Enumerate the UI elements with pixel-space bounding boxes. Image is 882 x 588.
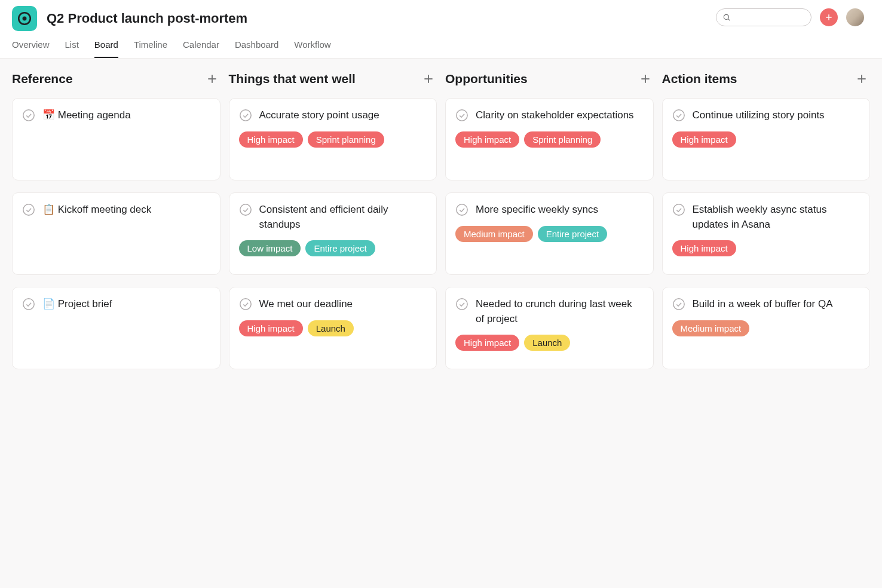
card-title: 📄 Project brief	[42, 297, 112, 312]
card[interactable]: 📋 Kickoff meeting deck	[12, 192, 220, 275]
user-avatar[interactable]	[846, 8, 864, 26]
tag-high-impact[interactable]: High impact	[239, 131, 303, 148]
card[interactable]: Needed to crunch during last week of pro…	[445, 287, 654, 369]
complete-task-button[interactable]	[22, 109, 35, 122]
global-add-button[interactable]	[820, 8, 838, 26]
plus-icon	[206, 73, 218, 85]
svg-line-3	[728, 19, 730, 21]
tab-dashboard[interactable]: Dashboard	[235, 39, 278, 58]
card[interactable]: Build in a week of buffer for QAMedium i…	[662, 287, 871, 369]
card-tags: Medium impact	[672, 320, 860, 336]
card[interactable]: Consistent and efficient daily standupsL…	[229, 192, 437, 275]
card[interactable]: Clarity on stakeholder expectationsHigh …	[445, 98, 654, 180]
plus-icon	[422, 73, 434, 85]
svg-point-14	[240, 204, 250, 215]
column-reference: Reference📅 Meeting agenda📋 Kickoff meeti…	[12, 71, 220, 381]
column-title[interactable]: Things that went well	[229, 72, 356, 86]
column-title[interactable]: Reference	[12, 72, 73, 86]
card-title: We met our deadline	[259, 297, 353, 312]
svg-point-8	[23, 110, 34, 121]
complete-task-button[interactable]	[672, 203, 685, 216]
card-title: Establish weekly async status updates in…	[693, 203, 860, 232]
card-tags: Low impactEntire project	[239, 240, 427, 256]
card-header-row: 📋 Kickoff meeting deck	[22, 203, 210, 218]
complete-task-button[interactable]	[672, 298, 685, 311]
tag-sprint-planning[interactable]: Sprint planning	[524, 131, 601, 148]
column-add-button[interactable]	[853, 71, 870, 87]
card[interactable]: Continue utilizing story pointsHigh impa…	[662, 98, 871, 180]
tag-entire-project[interactable]: Entire project	[538, 226, 607, 242]
header-top: Q2 Product launch post-mortem	[0, 0, 882, 31]
card-title: Consistent and efficient daily standups	[259, 203, 427, 232]
card-tags: Medium impactEntire project	[455, 226, 644, 242]
card[interactable]: 📅 Meeting agenda	[12, 98, 220, 180]
card-title: Accurate story point usage	[259, 108, 379, 123]
complete-task-button[interactable]	[455, 203, 468, 216]
check-circle-icon	[455, 109, 468, 122]
tag-launch[interactable]: Launch	[524, 335, 570, 351]
tab-list[interactable]: List	[65, 39, 79, 58]
tag-high-impact[interactable]: High impact	[455, 131, 519, 148]
card-header-row: Establish weekly async status updates in…	[672, 203, 860, 232]
search-icon	[722, 13, 731, 22]
card-header-row: Clarity on stakeholder expectations	[455, 108, 644, 123]
card[interactable]: Accurate story point usageHigh impactSpr…	[229, 98, 437, 180]
plus-icon	[639, 73, 651, 85]
card-header-row: Continue utilizing story points	[672, 108, 860, 123]
complete-task-button[interactable]	[672, 109, 685, 122]
tab-board[interactable]: Board	[94, 39, 118, 58]
search-input[interactable]	[734, 13, 811, 22]
tag-high-impact[interactable]: High impact	[239, 320, 303, 336]
check-circle-icon	[22, 298, 35, 311]
tag-low-impact[interactable]: Low impact	[239, 240, 301, 256]
card[interactable]: More specific weekly syncsMedium impactE…	[445, 192, 654, 275]
card-title: 📅 Meeting agenda	[42, 108, 131, 123]
tag-entire-project[interactable]: Entire project	[305, 240, 375, 256]
tag-sprint-planning[interactable]: Sprint planning	[308, 131, 384, 148]
column-add-button[interactable]	[420, 71, 437, 87]
tab-workflow[interactable]: Workflow	[294, 39, 330, 58]
complete-task-button[interactable]	[22, 298, 35, 311]
card-header-row: Accurate story point usage	[239, 108, 427, 123]
tab-timeline[interactable]: Timeline	[134, 39, 167, 58]
column-header: Opportunities	[445, 71, 654, 87]
check-circle-icon	[455, 203, 468, 216]
complete-task-button[interactable]	[455, 109, 468, 122]
check-circle-icon	[239, 203, 252, 216]
tag-launch[interactable]: Launch	[308, 320, 354, 336]
tag-high-impact[interactable]: High impact	[672, 240, 736, 256]
tab-calendar[interactable]: Calendar	[183, 39, 219, 58]
check-circle-icon	[672, 203, 685, 216]
complete-task-button[interactable]	[239, 298, 252, 311]
tag-high-impact[interactable]: High impact	[672, 131, 736, 148]
tag-medium-impact[interactable]: Medium impact	[455, 226, 533, 242]
column-title[interactable]: Action items	[662, 72, 737, 86]
column-add-button[interactable]	[204, 71, 220, 87]
search-field[interactable]	[716, 8, 811, 26]
svg-point-9	[23, 204, 34, 215]
svg-point-23	[673, 110, 684, 121]
project-icon[interactable]	[12, 6, 37, 31]
column-title[interactable]: Opportunities	[445, 72, 528, 86]
card-header-row: We met our deadline	[239, 297, 427, 312]
project-title[interactable]: Q2 Product launch post-mortem	[47, 11, 247, 26]
svg-point-13	[240, 110, 250, 121]
tab-overview[interactable]: Overview	[12, 39, 50, 58]
tag-medium-impact[interactable]: Medium impact	[672, 320, 750, 336]
column-header: Action items	[662, 71, 871, 87]
complete-task-button[interactable]	[22, 203, 35, 216]
complete-task-button[interactable]	[455, 298, 468, 311]
tag-high-impact[interactable]: High impact	[455, 335, 519, 351]
card[interactable]: Establish weekly async status updates in…	[662, 192, 871, 275]
column-things-that-went-well: Things that went wellAccurate story poin…	[229, 71, 437, 381]
card[interactable]: 📄 Project brief	[12, 287, 220, 369]
check-circle-icon	[455, 298, 468, 311]
column-opportunities: OpportunitiesClarity on stakeholder expe…	[445, 71, 654, 381]
complete-task-button[interactable]	[239, 109, 252, 122]
column-add-button[interactable]	[637, 71, 654, 87]
target-icon	[17, 11, 32, 26]
card-tags: High impactLaunch	[239, 320, 427, 336]
complete-task-button[interactable]	[239, 203, 252, 216]
card-title: Clarity on stakeholder expectations	[476, 108, 634, 123]
card[interactable]: We met our deadlineHigh impactLaunch	[229, 287, 437, 369]
